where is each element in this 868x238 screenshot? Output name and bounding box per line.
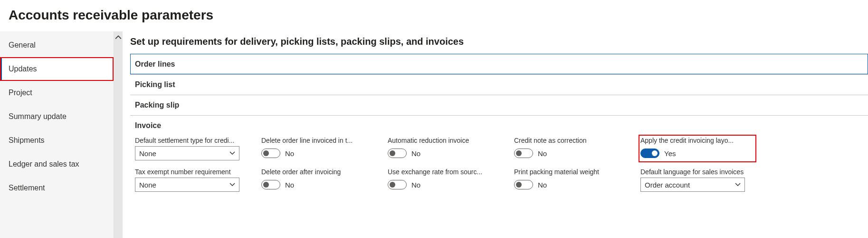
sidebar-item-updates[interactable]: Updates [0, 57, 114, 81]
invoice-fields-grid: Default settlement type for credi... Non… [135, 137, 868, 192]
label-use-exchange-rate-from-source: Use exchange rate from sourc... [388, 168, 502, 176]
section-picking-list[interactable]: Picking list [130, 74, 868, 95]
sidebar: General Updates Project Summary update S… [0, 31, 114, 238]
toggle-delete-order-after-invoicing[interactable] [261, 180, 280, 189]
toggle-value: No [411, 181, 420, 189]
sidebar-item-ledger-sales-tax[interactable]: Ledger and sales tax [0, 152, 114, 176]
sidebar-item-summary-update[interactable]: Summary update [0, 105, 114, 129]
section-order-lines[interactable]: Order lines [130, 54, 868, 74]
toggle-delete-order-line-invoiced[interactable] [261, 149, 280, 158]
label-apply-credit-invoicing-layout: Apply the credit invoicing layo... [640, 137, 753, 144]
chevron-down-icon [735, 181, 741, 189]
field-automatic-reduction-invoice: Automatic reduction invoice No [388, 137, 502, 160]
main-heading: Set up requirements for delivery, pickin… [130, 33, 868, 54]
field-use-exchange-rate-from-source: Use exchange rate from sourc... No [388, 168, 502, 192]
label-print-packing-material-weight: Print packing material weight [514, 168, 628, 176]
section-packing-slip[interactable]: Packing slip [130, 95, 868, 115]
field-apply-credit-invoicing-layout: Apply the credit invoicing layo... Yes [640, 137, 754, 160]
sidebar-item-settlement[interactable]: Settlement [0, 176, 114, 200]
field-print-packing-material-weight: Print packing material weight No [514, 168, 628, 192]
select-default-language-sales-invoices[interactable]: Order account [640, 178, 745, 192]
label-credit-note-as-correction: Credit note as correction [514, 137, 628, 144]
select-value: None [139, 181, 156, 189]
label-tax-exempt-number-requirement: Tax exempt number requirement [135, 168, 249, 176]
toggle-credit-note-as-correction[interactable] [514, 149, 533, 158]
label-delete-order-after-invoicing: Delete order after invoicing [261, 168, 375, 176]
toggle-value: No [538, 149, 547, 158]
chevron-up-icon [115, 34, 122, 42]
main-panel: Set up requirements for delivery, pickin… [123, 31, 868, 238]
toggle-value: No [411, 149, 420, 158]
select-tax-exempt-number-requirement[interactable]: None [135, 178, 239, 192]
toggle-value: No [285, 181, 294, 189]
toggle-value: No [538, 181, 547, 189]
select-value: None [139, 149, 156, 158]
toggle-apply-credit-invoicing-layout[interactable] [640, 149, 659, 158]
toggle-use-exchange-rate-from-source[interactable] [388, 180, 407, 189]
section-invoice: Invoice Default settlement type for cred… [130, 115, 868, 192]
toggle-automatic-reduction-invoice[interactable] [388, 149, 407, 158]
field-delete-order-after-invoicing: Delete order after invoicing No [261, 168, 375, 192]
chevron-down-icon [229, 149, 235, 158]
label-default-settlement-type: Default settlement type for credi... [135, 137, 249, 144]
toggle-print-packing-material-weight[interactable] [514, 180, 533, 189]
field-tax-exempt-number-requirement: Tax exempt number requirement None [135, 168, 249, 192]
page-title: Accounts receivable parameters [0, 0, 868, 31]
section-invoice-title[interactable]: Invoice [135, 121, 868, 137]
toggle-value: Yes [664, 149, 676, 158]
toggle-value: No [285, 149, 294, 158]
field-credit-note-as-correction: Credit note as correction No [514, 137, 628, 160]
select-default-settlement-type[interactable]: None [135, 146, 239, 160]
sidebar-item-project[interactable]: Project [0, 81, 114, 105]
field-default-language-sales-invoices: Default language for sales invoices Orde… [640, 168, 754, 192]
chevron-down-icon [229, 181, 235, 189]
select-value: Order account [645, 181, 690, 189]
body-container: General Updates Project Summary update S… [0, 31, 868, 238]
field-delete-order-line-invoiced: Delete order line invoiced in t... No [261, 137, 375, 160]
label-delete-order-line-invoiced: Delete order line invoiced in t... [261, 137, 375, 144]
sidebar-item-general[interactable]: General [0, 33, 114, 57]
field-default-settlement-type: Default settlement type for credi... Non… [135, 137, 249, 160]
sidebar-item-shipments[interactable]: Shipments [0, 129, 114, 152]
label-default-language-sales-invoices: Default language for sales invoices [640, 168, 754, 176]
sidebar-collapse-handle[interactable] [114, 31, 123, 238]
label-automatic-reduction-invoice: Automatic reduction invoice [388, 137, 502, 144]
